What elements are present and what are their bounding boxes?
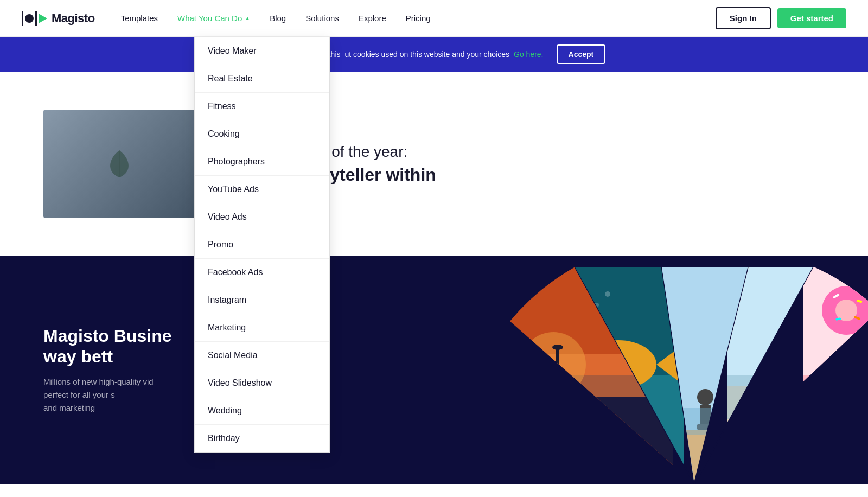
fan-svg <box>510 267 868 484</box>
dropdown-item-video-ads[interactable]: Video Ads <box>195 203 329 231</box>
svg-point-15 <box>605 291 610 297</box>
get-started-button[interactable]: Get started <box>777 8 846 28</box>
logo-play-icon <box>39 14 47 23</box>
svg-point-3 <box>521 332 586 397</box>
svg-point-37 <box>772 402 780 409</box>
dropdown-item-facebook-ads[interactable]: Facebook Ads <box>195 259 329 286</box>
svg-rect-38 <box>773 409 778 424</box>
nav-blog[interactable]: Blog <box>260 0 296 37</box>
dropdown-item-youtube-ads[interactable]: YouTube Ads <box>195 176 329 203</box>
svg-point-23 <box>697 389 713 405</box>
svg-rect-26 <box>738 419 741 430</box>
dropdown-item-instagram[interactable]: Instagram <box>195 286 329 314</box>
bottom-subtitle: Millions of new high-quality vid perfect… <box>43 375 171 415</box>
nav-pricing[interactable]: Pricing <box>396 0 441 37</box>
logo-pipe2 <box>35 11 37 26</box>
svg-rect-33 <box>727 430 835 484</box>
svg-point-35 <box>750 404 758 412</box>
svg-point-50 <box>814 403 868 457</box>
logo[interactable]: Magisto <box>22 11 95 26</box>
dropdown-item-wedding[interactable]: Wedding <box>195 397 329 425</box>
fan-mosaic <box>510 267 868 484</box>
svg-rect-6 <box>548 375 567 380</box>
dropdown-item-cooking[interactable]: Cooking <box>195 120 329 148</box>
main-nav: Templates What You Can Do ▲ Blog Solutio… <box>111 0 716 37</box>
header: Magisto Templates What You Can Do ▲ Blog… <box>0 0 868 37</box>
svg-point-51 <box>829 418 853 442</box>
dropdown-item-social-media[interactable]: Social Media <box>195 342 329 369</box>
dropdown-item-photographers[interactable]: Photographers <box>195 148 329 176</box>
svg-rect-52 <box>827 414 834 418</box>
cookie-accept-button[interactable]: Accept <box>557 44 606 64</box>
chevron-up-icon: ▲ <box>245 15 250 21</box>
sign-in-button[interactable]: Sign In <box>716 7 771 29</box>
svg-rect-4 <box>556 348 559 381</box>
hero-section: App trend of the year: The storyteller w… <box>0 72 868 256</box>
leaf-icon <box>103 148 136 180</box>
cookie-middle-text: ut cookies used on this website and your… <box>345 50 510 59</box>
svg-rect-28 <box>760 420 762 430</box>
logo-circle <box>25 14 34 23</box>
dropdown-item-video-maker[interactable]: Video Maker <box>195 37 329 65</box>
dropdown-item-video-slideshow[interactable]: Video Slideshow <box>195 369 329 397</box>
nav-what-you-can-do[interactable]: What You Can Do ▲ <box>168 0 260 37</box>
nav-explore[interactable]: Explore <box>349 0 396 37</box>
svg-point-5 <box>552 345 563 350</box>
bottom-section: Magisto Busineway bett Millions of new h… <box>0 256 868 484</box>
dropdown-item-real-estate[interactable]: Real Estate <box>195 65 329 93</box>
dropdown-item-promo[interactable]: Promo <box>195 231 329 259</box>
svg-rect-40 <box>795 413 800 429</box>
dropdown-menu: Video Maker Real Estate Fitness Cooking … <box>194 37 330 453</box>
svg-point-39 <box>793 405 802 413</box>
svg-rect-54 <box>830 436 836 439</box>
svg-rect-53 <box>851 419 857 422</box>
hero-image-left <box>43 110 195 218</box>
svg-rect-55 <box>848 435 855 440</box>
dropdown-item-fitness[interactable]: Fitness <box>195 93 329 120</box>
dropdown-item-marketing[interactable]: Marketing <box>195 314 329 342</box>
bottom-text: Magisto Busineway bett Millions of new h… <box>43 326 171 415</box>
logo-text: Magisto <box>52 11 95 26</box>
svg-rect-34 <box>727 375 835 419</box>
cookie-banner: We use cookies on this ut cookies used o… <box>0 37 868 72</box>
cookie-link[interactable]: Go here. <box>514 50 543 59</box>
nav-templates[interactable]: Templates <box>111 0 168 37</box>
svg-rect-17 <box>629 441 633 484</box>
svg-rect-36 <box>751 412 757 429</box>
bottom-title: Magisto Busineway bett <box>43 326 171 367</box>
logo-pipe <box>22 11 23 26</box>
dropdown-item-birthday[interactable]: Birthday <box>195 425 329 452</box>
svg-rect-27 <box>749 418 751 430</box>
header-actions: Sign In Get started <box>716 7 846 29</box>
logo-icon <box>22 11 47 26</box>
svg-rect-16 <box>564 430 569 484</box>
nav-solutions[interactable]: Solutions <box>296 0 349 37</box>
